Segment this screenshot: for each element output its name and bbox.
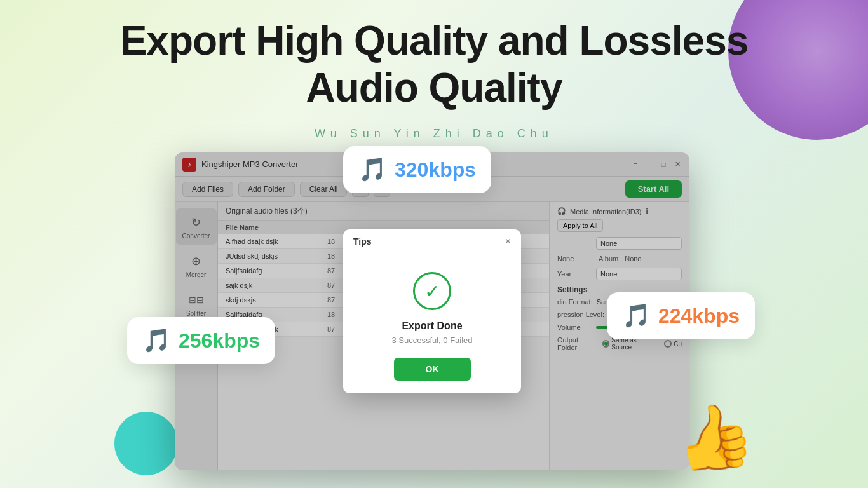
badge-256kbps: 🎵 256kbps <box>127 317 275 364</box>
badge-224kbps: 🎵 224kbps <box>607 292 755 339</box>
badge-320kbps: 🎵 320kbps <box>343 146 491 193</box>
kbps-320-text: 320kbps <box>395 158 476 182</box>
music-note-icon-256: 🎵 <box>142 327 171 354</box>
tips-dialog: Tips × ✓ Export Done 3 Successful, 0 Fai… <box>343 229 521 393</box>
hero-title: Export High Quality and Lossless Audio Q… <box>0 18 868 111</box>
checkmark-icon: ✓ <box>424 280 440 302</box>
dialog-sub-text: 3 Successful, 0 Failed <box>356 336 508 345</box>
dialog-title-bar: Tips × <box>343 229 521 254</box>
dialog-title: Tips <box>353 236 372 247</box>
kbps-224-text: 224kbps <box>658 304 740 328</box>
dialog-main-text: Export Done <box>356 320 508 332</box>
hero-subtitle: Wu Sun Yin Zhi Dao Chu <box>0 127 868 140</box>
dialog-ok-button[interactable]: OK <box>394 358 471 381</box>
dialog-close-button[interactable]: × <box>505 236 511 247</box>
success-icon: ✓ <box>413 272 451 310</box>
dialog-body: ✓ Export Done 3 Successful, 0 Failed OK <box>343 254 521 393</box>
music-note-icon: 🎵 <box>358 156 387 183</box>
thumbs-up-emoji: 👍 <box>668 394 760 482</box>
kbps-256-text: 256kbps <box>179 329 260 353</box>
music-note-icon-224: 🎵 <box>622 302 651 329</box>
bg-blob-teal <box>114 412 178 475</box>
